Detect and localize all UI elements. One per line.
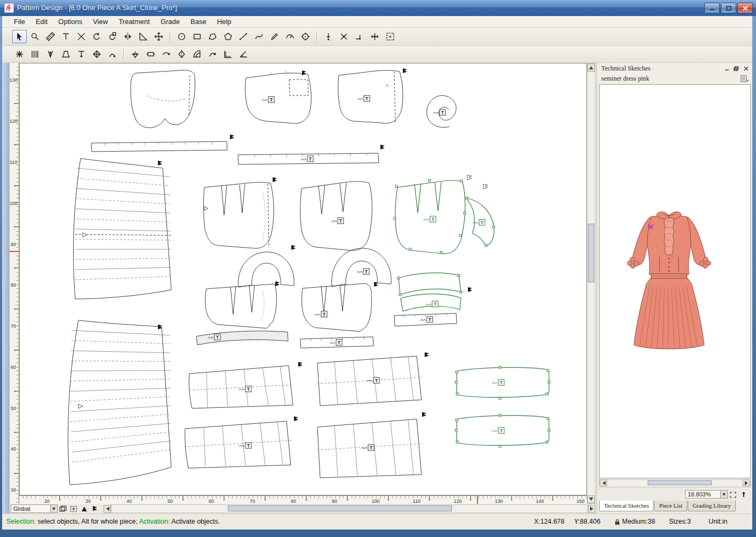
- pattern-piece-gore-3[interactable]: T: [185, 416, 298, 468]
- point-add-tool[interactable]: [321, 30, 336, 43]
- curve-tool[interactable]: [252, 30, 266, 43]
- panel-float-button[interactable]: [732, 65, 741, 72]
- swing-tool[interactable]: [105, 48, 120, 61]
- sketch-horizontal-scrollbar[interactable]: [599, 479, 751, 487]
- pattern-piece-bodice-front-top[interactable]: T: [338, 68, 407, 123]
- close-button[interactable]: [737, 3, 753, 13]
- sheet-layout-icon[interactable]: [58, 504, 68, 513]
- menu-options[interactable]: Options: [53, 17, 87, 27]
- mirror-fold-tool[interactable]: [128, 48, 142, 61]
- stretch-tool[interactable]: [144, 48, 158, 61]
- panel-close-button[interactable]: [742, 65, 750, 72]
- marker-triangle-icon[interactable]: [79, 504, 89, 513]
- pattern-piece-band-strip[interactable]: T: [300, 337, 373, 348]
- pattern-piece-bodice-low-2[interactable]: T: [302, 283, 372, 331]
- menu-file[interactable]: File: [9, 17, 30, 27]
- chevron-down-icon[interactable]: [50, 505, 57, 512]
- tab-piece-list[interactable]: Piece List: [654, 501, 687, 511]
- angle-tool[interactable]: [236, 48, 251, 61]
- panel-minimize-button[interactable]: [722, 65, 731, 72]
- fit-view-icon[interactable]: [69, 504, 78, 513]
- pattern-piece-bodice-front-mid[interactable]: [204, 177, 277, 248]
- rectangle-tool[interactable]: [190, 30, 204, 43]
- sketch-viewport[interactable]: [599, 84, 751, 478]
- corner-ruler-tool[interactable]: [221, 48, 235, 61]
- tab-technical-sketches[interactable]: Technical Sketches: [599, 501, 654, 511]
- flip-horizontal-tool[interactable]: [159, 48, 173, 61]
- pattern-piece-pleated-skirt-1[interactable]: [74, 159, 171, 299]
- menu-help[interactable]: Help: [212, 17, 237, 27]
- menu-treatment[interactable]: Treatment: [113, 17, 155, 27]
- sketch-menu-icon[interactable]: [741, 75, 749, 82]
- gauge-tool[interactable]: [283, 30, 297, 43]
- rotate-ccw-tool[interactable]: [90, 30, 104, 43]
- sketch-scroll-thumb[interactable]: [648, 480, 712, 485]
- select-tool[interactable]: [12, 30, 27, 43]
- pattern-piece-bodice-back-top[interactable]: T: [245, 70, 312, 123]
- menu-view[interactable]: View: [87, 17, 113, 27]
- pentagon-tool[interactable]: [221, 30, 235, 43]
- tab-grading-library[interactable]: Grading Library: [688, 501, 736, 511]
- point-tee-tool[interactable]: [74, 48, 89, 61]
- sketch-zoom-select[interactable]: 18.803%: [685, 490, 728, 499]
- shape-3d-tool[interactable]: [90, 48, 104, 61]
- text-tool[interactable]: [59, 30, 73, 43]
- rotate-copy-tool[interactable]: [105, 30, 120, 43]
- pattern-piece-gore-1[interactable]: T: [189, 362, 303, 408]
- angle-measure-tool[interactable]: [136, 30, 150, 43]
- dart-star-tool[interactable]: [12, 48, 27, 61]
- flag-icon[interactable]: [90, 504, 100, 513]
- sketch-scroll-left-button[interactable]: [600, 479, 607, 486]
- compass-tool[interactable]: [174, 30, 189, 43]
- pattern-piece-panel-selected-1[interactable]: T: [455, 366, 550, 399]
- pattern-piece-collar-band-2[interactable]: T: [332, 248, 392, 287]
- pattern-piece-facing-selected[interactable]: T: [466, 197, 495, 247]
- curve-arrow-tool[interactable]: [205, 48, 220, 61]
- vertical-scroll-thumb[interactable]: [588, 224, 594, 282]
- minimize-button[interactable]: [704, 3, 720, 13]
- point-move-tool[interactable]: [368, 30, 382, 43]
- pattern-piece-bodice-back-mid[interactable]: T: [300, 181, 372, 250]
- flip-vertical-tool[interactable]: [174, 48, 189, 61]
- pattern-canvas-area[interactable]: T T T: [19, 63, 587, 495]
- pattern-canvas[interactable]: T T T: [20, 64, 586, 495]
- pattern-piece-collar-top[interactable]: [131, 70, 195, 128]
- point-corner-tool[interactable]: [352, 30, 367, 43]
- target-tool[interactable]: [298, 30, 313, 43]
- sketch-scroll-right-button[interactable]: [743, 479, 750, 486]
- box-select-tool[interactable]: [383, 30, 397, 43]
- notch-tool[interactable]: [74, 30, 89, 43]
- pattern-piece-waistband-2[interactable]: T: [238, 145, 385, 164]
- pattern-piece-waistband-1[interactable]: [91, 135, 234, 152]
- canvas-horizontal-scrollbar[interactable]: [111, 504, 588, 513]
- mirror-copy-tool[interactable]: [121, 30, 135, 43]
- scroll-up-button[interactable]: [587, 64, 595, 72]
- line-tool[interactable]: [236, 30, 251, 43]
- point-delete-tool[interactable]: [337, 30, 351, 43]
- chevron-down-icon[interactable]: [720, 491, 727, 498]
- flare-tool[interactable]: [59, 48, 73, 61]
- pattern-piece-yoke-selected[interactable]: T: [397, 273, 472, 311]
- move-piece-tool[interactable]: [152, 30, 166, 43]
- scroll-left-button[interactable]: [104, 505, 111, 513]
- pattern-piece-spiral[interactable]: T: [427, 96, 456, 128]
- zoom-drag-icon[interactable]: [739, 490, 749, 499]
- pattern-piece-pleated-skirt-2[interactable]: [68, 320, 171, 485]
- pleat-tool[interactable]: [28, 48, 42, 61]
- zoom-fit-icon[interactable]: [728, 490, 738, 499]
- fan-tool[interactable]: [190, 48, 204, 61]
- pattern-piece-collar-band-1[interactable]: [238, 245, 296, 287]
- menu-base[interactable]: Base: [185, 17, 212, 27]
- polygon-tool[interactable]: [205, 30, 220, 43]
- pattern-piece-gore-2[interactable]: T: [317, 352, 429, 406]
- scroll-down-button[interactable]: [587, 495, 595, 503]
- pattern-piece-bodice-low-1[interactable]: [205, 281, 280, 328]
- pencil-tool[interactable]: [267, 30, 282, 43]
- pattern-piece-hatched-band[interactable]: T: [196, 331, 288, 345]
- canvas-vertical-scrollbar[interactable]: [587, 63, 595, 504]
- pattern-piece-cuff-strip[interactable]: T: [394, 313, 457, 326]
- dart-transfer-tool[interactable]: [43, 48, 58, 61]
- menu-grade[interactable]: Grade: [155, 17, 185, 27]
- menu-edit[interactable]: Edit: [30, 17, 53, 27]
- view-scope-select[interactable]: Global: [11, 504, 58, 513]
